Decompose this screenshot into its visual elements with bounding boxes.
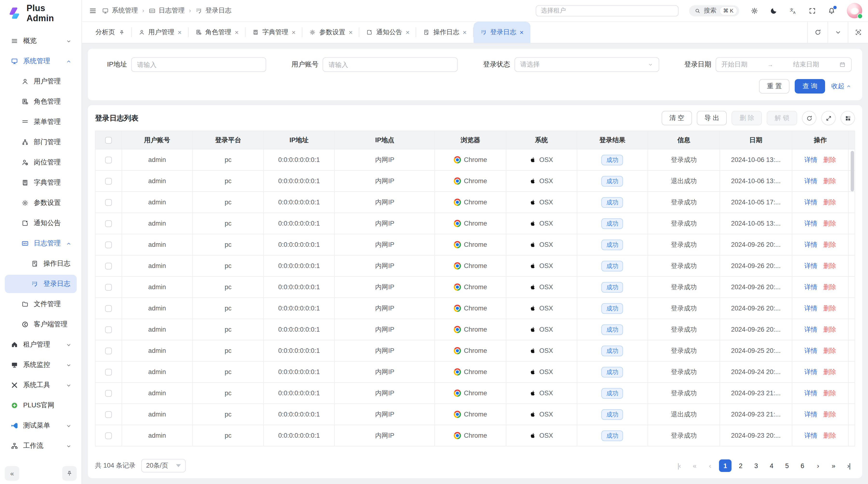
detail-link[interactable]: 详情: [804, 241, 817, 248]
first-page-button[interactable]: |‹: [673, 459, 685, 472]
close-tab-icon[interactable]: ×: [406, 29, 410, 36]
tab-字典管理[interactable]: 字典管理×: [245, 22, 302, 43]
row-checkbox[interactable]: [105, 348, 112, 354]
row-checkbox[interactable]: [105, 263, 112, 269]
close-tab-icon[interactable]: ×: [292, 29, 296, 36]
delete-link[interactable]: 删除: [823, 262, 836, 269]
sidebar-item-登录日志[interactable]: 登录日志: [5, 275, 77, 293]
sidebar-item-通知公告[interactable]: 通知公告: [5, 214, 77, 232]
sidebar-item-岗位管理[interactable]: 岗位管理: [5, 153, 77, 172]
sidebar-item-系统管理[interactable]: 系统管理: [5, 52, 77, 70]
detail-link[interactable]: 详情: [804, 304, 817, 312]
delete-link[interactable]: 删除: [823, 177, 836, 184]
table-scrollbar[interactable]: [850, 151, 854, 191]
user-avatar[interactable]: [847, 3, 862, 18]
breadcrumb-item-登录日志[interactable]: 登录日志: [195, 6, 231, 15]
fullscreen-icon[interactable]: [808, 6, 816, 15]
row-checkbox[interactable]: [105, 390, 112, 397]
page-button-3[interactable]: 3: [750, 459, 763, 472]
settings-gear-icon[interactable]: [750, 6, 758, 15]
translate-icon[interactable]: 文A: [789, 6, 797, 15]
sidebar-item-字典管理[interactable]: 字典管理: [5, 173, 77, 192]
sidebar-item-操作日志[interactable]: 操作日志: [5, 255, 77, 273]
detail-link[interactable]: 详情: [804, 411, 817, 418]
delete-link[interactable]: 删除: [823, 156, 836, 163]
sidebar-item-部门管理[interactable]: 部门管理: [5, 133, 77, 151]
delete-link[interactable]: 删除: [823, 220, 836, 227]
sidebar-item-PLUS官网[interactable]: PLUS官网: [5, 396, 77, 415]
delete-button[interactable]: 删 除: [732, 111, 762, 125]
sidebar-item-测试菜单[interactable]: 测试菜单: [5, 417, 77, 435]
detail-link[interactable]: 详情: [804, 432, 817, 439]
delete-link[interactable]: 删除: [823, 283, 836, 290]
sidebar-item-客户端管理[interactable]: 客户端管理: [5, 315, 77, 333]
row-checkbox[interactable]: [105, 326, 112, 333]
tab-menu-button[interactable]: [828, 22, 848, 43]
account-input[interactable]: [329, 61, 452, 68]
next-page-button[interactable]: ›: [812, 459, 824, 472]
delete-link[interactable]: 删除: [823, 304, 836, 312]
search-button[interactable]: 查 询: [795, 79, 825, 94]
close-tab-icon[interactable]: ×: [349, 29, 352, 36]
delete-link[interactable]: 删除: [823, 368, 836, 375]
close-tab-icon[interactable]: ×: [520, 29, 523, 36]
row-checkbox[interactable]: [105, 241, 112, 248]
row-checkbox[interactable]: [105, 369, 112, 376]
dark-mode-moon-icon[interactable]: [770, 6, 778, 15]
detail-link[interactable]: 详情: [804, 220, 817, 227]
jump-forward-button[interactable]: »: [827, 459, 840, 472]
tab-操作日志[interactable]: 操作日志×: [416, 22, 473, 43]
page-button-2[interactable]: 2: [735, 459, 747, 472]
row-checkbox[interactable]: [105, 305, 112, 312]
page-button-6[interactable]: 6: [796, 459, 809, 472]
detail-link[interactable]: 详情: [804, 283, 817, 290]
sidebar-item-文件管理[interactable]: 文件管理: [5, 295, 77, 313]
jump-back-button[interactable]: «: [688, 459, 701, 472]
tab-用户管理[interactable]: 用户管理×: [131, 22, 188, 43]
page-button-1[interactable]: 1: [719, 459, 732, 472]
row-checkbox[interactable]: [105, 199, 112, 206]
page-size-select[interactable]: 20条/页: [141, 459, 186, 473]
sidebar-item-概览[interactable]: 概览: [5, 32, 77, 50]
sidebar-item-日志管理[interactable]: DEV日志管理: [5, 234, 77, 253]
breadcrumb-item-日志管理[interactable]: DEV日志管理: [149, 6, 185, 15]
page-button-4[interactable]: 4: [765, 459, 778, 472]
login-date-range[interactable]: 开始日期 → 结束日期: [716, 57, 851, 72]
pin-sidebar-button[interactable]: [62, 466, 77, 481]
unlock-button[interactable]: 解 锁: [767, 111, 797, 125]
column-settings-button[interactable]: [840, 111, 855, 125]
select-all-checkbox[interactable]: [105, 137, 112, 144]
sidebar-item-租户管理[interactable]: 租户管理: [5, 335, 77, 354]
expand-table-button[interactable]: [821, 111, 836, 125]
sidebar-item-系统工具[interactable]: 系统工具: [5, 376, 77, 394]
close-tab-icon[interactable]: ×: [235, 29, 239, 36]
row-checkbox[interactable]: [105, 411, 112, 418]
prev-page-button[interactable]: ‹: [704, 459, 716, 472]
sidebar-item-菜单管理[interactable]: 菜单管理: [5, 113, 77, 131]
detail-link[interactable]: 详情: [804, 177, 817, 184]
close-tab-icon[interactable]: ×: [178, 29, 182, 36]
clear-button[interactable]: 清 空: [661, 111, 692, 125]
detail-link[interactable]: 详情: [804, 156, 817, 163]
global-search-button[interactable]: 搜索 ⌘ K: [689, 5, 739, 16]
sidebar-item-工作流[interactable]: 工作流: [5, 437, 77, 455]
refresh-table-button[interactable]: [802, 111, 816, 125]
detail-link[interactable]: 详情: [804, 326, 817, 333]
delete-link[interactable]: 删除: [823, 432, 836, 439]
login-status-select[interactable]: 请选择: [514, 57, 659, 72]
delete-link[interactable]: 删除: [823, 198, 836, 205]
last-page-button[interactable]: ›|: [842, 459, 855, 472]
delete-link[interactable]: 删除: [823, 241, 836, 248]
tab-登录日志[interactable]: 登录日志×: [473, 22, 530, 43]
export-button[interactable]: 导 出: [696, 111, 727, 125]
detail-link[interactable]: 详情: [804, 347, 817, 354]
refresh-tab-button[interactable]: [807, 22, 828, 43]
detail-link[interactable]: 详情: [804, 262, 817, 269]
delete-link[interactable]: 删除: [823, 411, 836, 418]
row-checkbox[interactable]: [105, 284, 112, 291]
tab-角色管理[interactable]: 角色管理×: [188, 22, 245, 43]
row-checkbox[interactable]: [105, 178, 112, 185]
tab-分析页[interactable]: 分析页: [89, 22, 131, 43]
ip-input[interactable]: [137, 61, 260, 68]
detail-link[interactable]: 详情: [804, 198, 817, 205]
